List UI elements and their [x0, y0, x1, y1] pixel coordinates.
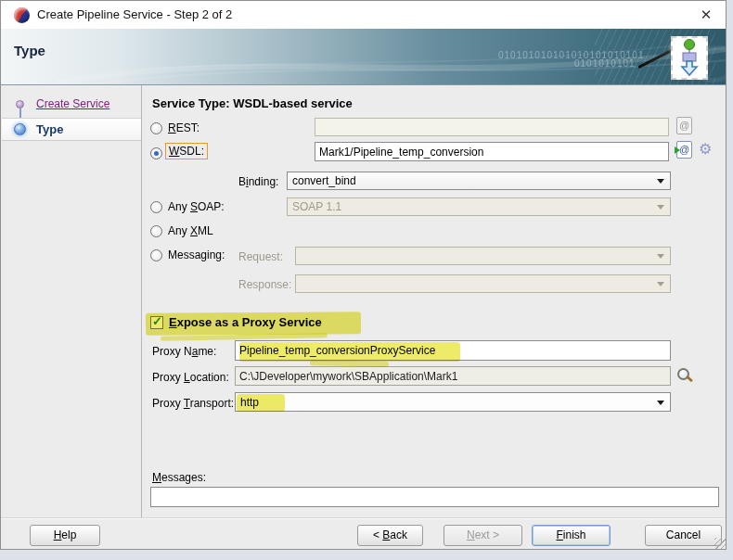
highlight-proxy-name [239, 342, 460, 362]
response-type-select [295, 274, 671, 293]
proxy-location-label: Proxy Location: [152, 371, 229, 385]
pipeline-service-icon [671, 36, 708, 80]
sidebar-step-create-service[interactable]: Create Service [36, 97, 109, 110]
window-title: Create Pipeline Service - Step 2 of 2 [37, 1, 232, 29]
request-label: Request: [238, 250, 283, 264]
any-soap-radio[interactable] [150, 201, 162, 213]
finish-button[interactable]: Finish [532, 525, 611, 546]
title-bar: Create Pipeline Service - Step 2 of 2 ✕ [1, 1, 726, 29]
cancel-button[interactable]: Cancel [645, 525, 722, 546]
chevron-down-icon [657, 401, 664, 405]
soap-version-select: SOAP 1.1 [287, 197, 671, 216]
rest-url-field [315, 118, 669, 136]
rest-radio-label[interactable]: REST: [168, 121, 199, 135]
banner-binary-text-2: 0101010101 [574, 58, 636, 69]
binding-select[interactable]: convert_bind [287, 172, 671, 190]
next-button: Next > [444, 525, 522, 546]
resize-grip[interactable] [714, 538, 726, 549]
close-icon[interactable]: ✕ [691, 4, 721, 26]
any-soap-radio-label[interactable]: Any SOAP: [168, 200, 225, 214]
create-pipeline-service-dialog: Create Pipeline Service - Step 2 of 2 ✕ … [0, 0, 727, 550]
sidebar-step-type[interactable]: Type [2, 118, 141, 141]
rest-radio[interactable] [150, 122, 162, 134]
step-title: Type [14, 43, 45, 58]
messages-field [150, 487, 719, 507]
request-type-select [295, 247, 671, 265]
any-xml-radio-label[interactable]: Any XML [168, 224, 213, 238]
wsdl-resource-picker-icon[interactable]: @ [676, 141, 692, 159]
proxy-name-label: Proxy Name: [152, 345, 216, 359]
highlight-expose-proxy [146, 312, 361, 336]
chevron-down-icon [657, 282, 664, 286]
messaging-radio[interactable] [150, 249, 162, 261]
button-bar: Help < Back Next > Finish Cancel [1, 517, 726, 549]
search-icon[interactable] [675, 367, 693, 386]
highlight-http [237, 394, 285, 412]
messages-label: Messages: [152, 471, 206, 485]
step-current-dot [14, 123, 26, 135]
chevron-down-icon [657, 205, 664, 210]
any-xml-radio[interactable] [150, 225, 162, 237]
proxy-transport-label: Proxy Transport: [152, 397, 234, 411]
binding-label: Binding: [238, 175, 278, 189]
section-title: Service Type: WSDL-based service [152, 96, 353, 110]
proxy-transport-select[interactable]: http [235, 392, 671, 412]
response-label: Response: [238, 278, 291, 292]
sidebar-divider [141, 85, 142, 517]
chevron-down-icon [657, 254, 664, 259]
wsdl-radio[interactable] [150, 147, 162, 159]
gear-icon[interactable]: ⚙ [699, 140, 712, 158]
wizard-banner: 010101010101010101010101 0101010101 Type [1, 29, 726, 85]
oracle-jdeveloper-icon [14, 7, 30, 23]
messaging-radio-label[interactable]: Messaging: [168, 248, 225, 262]
back-button[interactable]: < Back [357, 525, 423, 546]
wsdl-radio-label[interactable]: WSDL: [165, 143, 208, 159]
rest-resource-picker-icon: @ [676, 117, 692, 134]
help-button[interactable]: Help [30, 525, 100, 546]
proxy-location-field [235, 366, 671, 386]
chevron-down-icon [657, 179, 664, 184]
wsdl-url-field[interactable] [315, 142, 669, 161]
